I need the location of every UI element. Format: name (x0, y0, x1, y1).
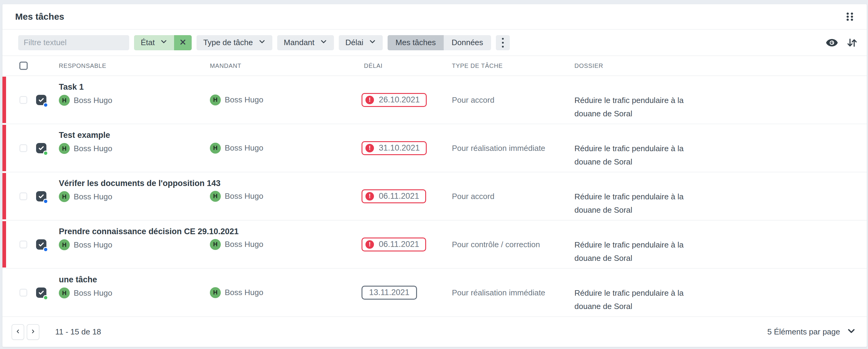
task-title[interactable]: Vérifer les documents de l'opposition 14… (59, 178, 220, 188)
responsable-cell: Test example H Boss Hugo (59, 130, 112, 154)
pagination-range-label: 11 - 15 de 18 (55, 327, 101, 337)
mandant-name: Boss Hugo (225, 191, 263, 201)
table-row[interactable]: une tâche H Boss Hugo H Boss Hugo ! 13.1… (2, 269, 867, 317)
responsable-cell: Task 1 H Boss Hugo (59, 82, 112, 106)
task-check-icon (36, 191, 46, 202)
table-row[interactable]: Prendre connaissance décision CE 29.10.2… (2, 220, 867, 269)
row-checkbox[interactable] (20, 144, 27, 152)
my-tasks-widget: Mes tâches État (2, 4, 867, 347)
table-header: RESPONSABLE MANDANT DÉLAI TYPE DE TÂCHE … (2, 56, 867, 76)
deadline-badge: ! 06.11.2021 (362, 238, 426, 251)
deadline-date: 31.10.2021 (379, 143, 420, 153)
filter-delai-dropdown[interactable]: Délai (339, 35, 383, 50)
avatar: H (210, 143, 221, 153)
row-checkbox[interactable] (20, 96, 27, 104)
task-title[interactable]: Task 1 (59, 82, 112, 92)
table-row[interactable]: Vérifer les documents de l'opposition 14… (2, 172, 867, 220)
filter-mandant-label: Mandant (284, 38, 314, 47)
dossier-link[interactable]: Réduire le trafic pendulaire à la douane… (575, 190, 708, 217)
task-status-dot (43, 102, 48, 108)
overdue-alert-icon: ! (366, 144, 374, 152)
chevron-down-icon (258, 38, 266, 47)
responsable-name: Boss Hugo (74, 192, 112, 202)
filter-etat-dropdown[interactable]: État (134, 35, 174, 50)
filter-delai-label: Délai (345, 38, 363, 47)
deadline-date: 06.11.2021 (379, 191, 419, 201)
task-check-icon (36, 95, 46, 105)
previous-page-button[interactable] (11, 324, 24, 340)
filter-type-label: Type de tâche (203, 38, 253, 47)
filter-mandant-dropdown[interactable]: Mandant (277, 35, 334, 50)
avatar: H (210, 287, 221, 298)
next-page-button[interactable] (27, 324, 39, 340)
avatar: H (210, 191, 221, 202)
task-type: Pour réalisation immédiate (452, 288, 545, 297)
select-all-checkbox[interactable] (20, 62, 28, 70)
column-header-responsable: RESPONSABLE (59, 62, 106, 69)
filter-etat-group: État (134, 35, 192, 50)
table-row[interactable]: Test example H Boss Hugo H Boss Hugo ! 3… (2, 124, 867, 172)
overdue-alert-icon: ! (366, 96, 374, 104)
row-checkbox[interactable] (20, 241, 27, 248)
deadline-badge: ! 31.10.2021 (362, 141, 427, 155)
task-type: Pour accord (452, 95, 494, 105)
drag-grid-icon[interactable] (843, 10, 857, 23)
avatar: H (59, 239, 70, 250)
row-checkbox[interactable] (20, 193, 27, 200)
mandant-name: Boss Hugo (225, 288, 263, 297)
mandant-cell: H Boss Hugo (210, 191, 263, 202)
task-check-icon (36, 143, 46, 153)
avatar: H (59, 287, 70, 299)
mandant-name: Boss Hugo (225, 240, 263, 249)
responsable-name: Boss Hugo (74, 96, 112, 105)
chevron-down-icon (369, 38, 376, 47)
mandant-cell: H Boss Hugo (210, 287, 263, 298)
responsable-name: Boss Hugo (74, 240, 112, 250)
page-title: Mes tâches (15, 11, 64, 22)
avatar: H (59, 143, 70, 154)
filter-type-dropdown[interactable]: Type de tâche (196, 35, 272, 50)
items-per-page-label: 5 Éléments par page (767, 327, 840, 337)
row-checkbox[interactable] (20, 289, 27, 296)
chevron-left-icon (15, 329, 21, 335)
dossier-link[interactable]: Réduire le trafic pendulaire à la douane… (575, 238, 708, 265)
chevron-down-icon (847, 326, 856, 338)
chevron-right-icon (30, 329, 36, 335)
overdue-alert-icon: ! (366, 192, 374, 201)
table-body: Task 1 H Boss Hugo H Boss Hugo ! 26.10.2… (2, 76, 867, 317)
deadline-date: 13.11.2021 (369, 288, 409, 297)
filter-etat-label: État (141, 38, 155, 47)
filter-bar: État Type de tâche Mandant (2, 30, 867, 56)
deadline-badge: ! 13.11.2021 (362, 286, 417, 300)
responsable-cell: une tâche H Boss Hugo (59, 275, 112, 299)
column-header-mandant: MANDANT (210, 62, 241, 69)
task-check-icon (36, 239, 46, 250)
deadline-badge: ! 06.11.2021 (362, 189, 426, 203)
deadline-date: 26.10.2021 (379, 95, 420, 105)
widget-title-bar: Mes tâches (2, 4, 867, 30)
task-status-dot (43, 247, 48, 252)
task-title[interactable]: Prendre connaissance décision CE 29.10.2… (59, 226, 239, 236)
eye-icon[interactable] (826, 36, 838, 49)
sort-icon[interactable] (846, 37, 858, 48)
task-type: Pour contrôle / correction (452, 240, 540, 249)
filter-etat-clear-button[interactable] (174, 35, 192, 50)
items-per-page-select[interactable]: 5 Éléments par page (767, 326, 856, 338)
deadline-date: 06.11.2021 (379, 240, 419, 249)
toggle-mes-taches[interactable]: Mes tâches (388, 35, 444, 50)
toggle-donnees[interactable]: Données (444, 35, 491, 50)
table-row[interactable]: Task 1 H Boss Hugo H Boss Hugo ! 26.10.2… (2, 76, 867, 124)
task-type: Pour réalisation immédiate (452, 143, 545, 153)
column-header-type: TYPE DE TÂCHE (452, 62, 503, 69)
avatar: H (210, 95, 221, 105)
task-status-dot (43, 150, 48, 156)
dossier-link[interactable]: Réduire le trafic pendulaire à la douane… (575, 286, 708, 313)
text-filter-input[interactable] (18, 35, 129, 50)
task-title[interactable]: Test example (59, 130, 112, 140)
close-icon (179, 38, 187, 47)
dossier-link[interactable]: Réduire le trafic pendulaire à la douane… (575, 142, 708, 168)
task-title[interactable]: une tâche (59, 275, 112, 284)
more-options-kebab-icon[interactable] (496, 35, 510, 50)
column-header-dossier: DOSSIER (575, 62, 603, 69)
dossier-link[interactable]: Réduire le trafic pendulaire à la douane… (575, 94, 708, 120)
